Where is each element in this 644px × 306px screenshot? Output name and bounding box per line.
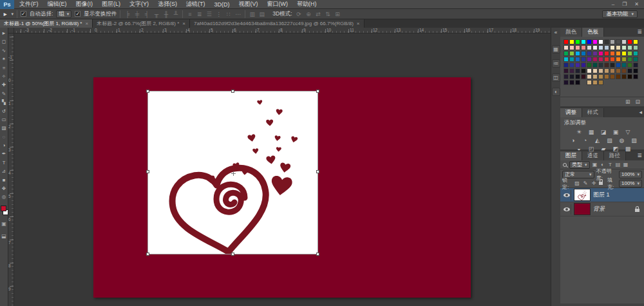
layer-row-background[interactable]: 背景 xyxy=(560,202,644,216)
path-select-tool[interactable]: ⊿ xyxy=(0,167,8,175)
eyedropper-tool[interactable]: ✧ xyxy=(0,72,8,81)
dodge-tool[interactable]: ◑ xyxy=(0,141,8,149)
color-swatch[interactable] xyxy=(592,57,598,62)
mode-3d-3-icon[interactable]: ⇅ xyxy=(325,11,332,17)
color-swatch[interactable] xyxy=(616,80,621,85)
hue-saturation-icon[interactable]: ◑ xyxy=(569,137,577,144)
color-swatch[interactable] xyxy=(564,74,569,79)
transform-handle-nw[interactable] xyxy=(146,90,149,93)
color-swatch[interactable] xyxy=(604,62,609,68)
tool-preset-caret-icon[interactable]: ▾ xyxy=(11,12,14,17)
color-swatch[interactable] xyxy=(633,39,638,44)
align-2-icon[interactable]: ╡ xyxy=(143,11,150,17)
clone-stamp-tool[interactable]: ▚ xyxy=(0,98,8,106)
distribute-3-icon[interactable]: ⋮ xyxy=(215,11,222,17)
layer-name[interactable]: 图层 1 xyxy=(593,191,610,199)
color-lookup-icon[interactable]: ▨ xyxy=(630,137,638,144)
brush-tool[interactable]: ✎ xyxy=(0,90,8,98)
menu-item-6[interactable]: 滤镜(T) xyxy=(186,0,205,8)
color-swatch[interactable] xyxy=(621,80,627,85)
color-swatch[interactable] xyxy=(592,51,598,56)
align-1-icon[interactable]: ╪ xyxy=(133,11,140,17)
color-swatch[interactable] xyxy=(592,80,598,85)
quick-select-tool[interactable]: ✶ xyxy=(0,55,8,63)
color-swatch[interactable] xyxy=(616,51,621,56)
tab-paths[interactable]: 路径 xyxy=(604,151,626,160)
color-swatch[interactable] xyxy=(564,39,569,44)
color-swatch[interactable] xyxy=(598,74,603,79)
color-swatch[interactable] xyxy=(610,68,615,73)
align-5-icon[interactable]: ╨ xyxy=(172,11,179,17)
color-swatch[interactable] xyxy=(564,45,569,50)
brightness-contrast-icon[interactable]: ☀ xyxy=(575,128,583,136)
color-swatch[interactable] xyxy=(581,62,586,68)
color-swatch[interactable] xyxy=(633,45,638,50)
photo-filter-icon[interactable]: ▧ xyxy=(605,137,614,144)
layer-filter-dropdown[interactable]: 类型 ▾ xyxy=(569,161,590,169)
tab-channels[interactable]: 通道 xyxy=(582,151,604,160)
exposure-icon[interactable]: ▣ xyxy=(612,128,620,136)
color-swatch[interactable] xyxy=(575,39,580,44)
color-swatch[interactable] xyxy=(598,62,603,68)
color-swatch[interactable] xyxy=(627,45,632,50)
transform-handle-se[interactable] xyxy=(316,253,319,256)
color-swatch[interactable] xyxy=(627,51,632,56)
color-swatch[interactable] xyxy=(564,68,569,73)
document-canvas[interactable] xyxy=(93,77,471,298)
visibility-toggle[interactable] xyxy=(562,190,571,200)
quick-mask-button[interactable]: ▣ xyxy=(0,221,8,229)
color-swatch[interactable] xyxy=(569,51,574,56)
color-swatch[interactable] xyxy=(587,74,592,79)
eraser-tool[interactable]: ▭ xyxy=(0,115,8,124)
color-swatch[interactable] xyxy=(610,62,615,68)
document-tab-2[interactable]: 7af40ad162d9f2d3e4d4634ba8m8a136227cc49.… xyxy=(190,19,365,28)
fill-dropdown[interactable]: 100% ▾ xyxy=(619,180,642,187)
color-swatch[interactable] xyxy=(581,45,586,50)
background-thumbnail[interactable] xyxy=(574,203,591,215)
document-tab-1[interactable]: 未标题-2 @ 66.7%(图层 2, RGB/8) *× xyxy=(93,19,190,28)
transform-handle-w[interactable] xyxy=(146,170,149,173)
menu-item-1[interactable]: 编辑(E) xyxy=(48,0,67,8)
color-swatch[interactable] xyxy=(621,51,627,56)
color-swatch[interactable] xyxy=(598,45,603,50)
color-swatch[interactable] xyxy=(564,57,569,62)
crop-tool[interactable]: ⌗ xyxy=(0,64,8,72)
color-swatch[interactable] xyxy=(610,74,615,79)
menu-item-2[interactable]: 图像(I) xyxy=(76,0,93,8)
tab-color[interactable]: 颜色 xyxy=(560,28,582,37)
transform-handle-ne[interactable] xyxy=(316,90,319,93)
color-swatch[interactable] xyxy=(604,68,609,73)
color-swatch[interactable] xyxy=(621,57,627,62)
color-swatch[interactable] xyxy=(633,68,638,73)
foreground-color-swatch[interactable] xyxy=(1,206,6,211)
menu-item-4[interactable]: 文字(Y) xyxy=(129,0,149,8)
blur-tool[interactable]: ◌ xyxy=(0,133,8,141)
levels-icon[interactable]: ▦ xyxy=(587,128,596,136)
color-swatch[interactable] xyxy=(581,51,586,56)
color-swatch[interactable] xyxy=(592,39,598,44)
distribute-2-icon[interactable]: ☰ xyxy=(205,11,213,17)
vertical-ruler[interactable]: -10123456789 xyxy=(8,33,14,306)
auto-align-1-icon[interactable]: ▤ xyxy=(258,11,265,17)
color-swatch[interactable] xyxy=(633,57,638,62)
color-swatch[interactable] xyxy=(575,74,580,79)
tab-styles[interactable]: 样式 xyxy=(582,108,604,117)
color-swatch[interactable] xyxy=(575,45,580,50)
move-tool[interactable]: ► xyxy=(0,29,8,37)
screen-mode-button[interactable]: ⬓ xyxy=(0,233,8,242)
show-transform-checkbox[interactable]: ✓ xyxy=(75,11,80,17)
minimize-icon[interactable]: – xyxy=(612,1,614,7)
expand-dock-icon[interactable]: « xyxy=(554,30,557,35)
color-swatch[interactable] xyxy=(616,39,621,44)
distribute-5-icon[interactable]: ⋯ xyxy=(234,11,242,17)
color-swatch[interactable] xyxy=(575,62,580,68)
layer-row-layer1[interactable]: 图层 1 xyxy=(560,188,644,202)
color-swatch[interactable] xyxy=(616,74,621,79)
pen-tool[interactable]: ✒ xyxy=(0,149,8,158)
dock-panel-3-icon[interactable]: ◖ xyxy=(552,88,560,96)
color-swatch[interactable] xyxy=(604,51,609,56)
color-swatch[interactable] xyxy=(610,80,615,85)
color-swatch[interactable] xyxy=(633,51,638,56)
color-swatch[interactable] xyxy=(581,80,586,85)
curves-icon[interactable]: ◪ xyxy=(600,128,608,136)
